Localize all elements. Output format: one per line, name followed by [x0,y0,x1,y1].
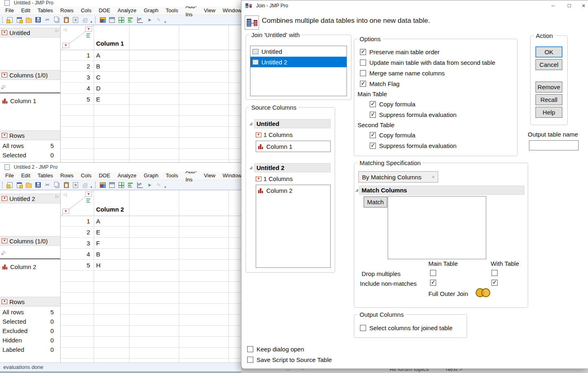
window2-titlebar[interactable]: Untitled 2 - JMP Pro [0,163,241,172]
new-data-table-icon[interactable] [6,16,14,24]
copy-icon[interactable] [53,16,61,24]
run-arrow-icon[interactable]: ➤ [146,181,154,189]
keep-dialog-open-checkbox[interactable] [247,346,253,352]
grid-column-header[interactable]: Column 1 [96,40,124,47]
rows-menu-icon[interactable] [62,43,69,48]
panel-expander-icon[interactable]: ▷ [56,194,59,199]
copy-icon[interactable] [53,181,61,189]
checkbox[interactable] [370,132,376,138]
column-list-item[interactable]: Column 2 [0,261,60,272]
column-list-item[interactable]: Column 1 [0,95,60,106]
table-row[interactable]: 3F [61,238,241,249]
window1-grid[interactable]: ◁ Column 1 1A 2B 3C 4D 5E [61,25,241,162]
menu-view[interactable]: View [200,172,219,180]
window-layout-icon[interactable] [118,16,125,24]
red-dropdown-icon[interactable] [256,132,261,137]
toolbar-grip[interactable] [2,182,4,188]
cell-value[interactable]: C [94,74,101,81]
checkbox[interactable] [370,101,376,107]
lock-icon[interactable] [81,181,89,189]
recall-button[interactable]: Recall [535,94,562,105]
open-icon[interactable] [25,181,33,189]
table-row[interactable]: 3C [61,72,241,83]
save-icon[interactable] [34,16,42,24]
menu-file[interactable]: File [2,172,18,180]
paste-icon[interactable] [62,181,70,189]
table-row[interactable]: 2E [61,227,241,238]
match-button[interactable]: Match [364,196,387,207]
table-row[interactable]: 4B [61,249,241,260]
toolbar-overflow-icon[interactable]: ▾ [90,185,92,190]
collapse-left-icon[interactable]: ◁ [63,192,66,197]
menu-rows[interactable]: Rows [57,7,77,15]
red-dropdown-icon[interactable] [2,30,7,35]
menu-graph[interactable]: Graph [140,7,162,15]
data-table-colored-icon[interactable] [99,181,107,189]
join-with-listbox[interactable]: Untitled Untitled 2 [250,46,347,96]
open-icon[interactable] [25,16,33,24]
minimize-button[interactable]: ─ [546,0,559,11]
ok-button[interactable]: OK [535,46,562,57]
paste-icon[interactable] [62,16,70,24]
columns-search-input[interactable] [0,80,60,93]
new-data-table-icon[interactable] [6,181,14,189]
calculator-icon[interactable] [108,181,116,189]
menu-tools[interactable]: Tools [162,172,182,180]
table-row[interactable]: 4D [61,83,241,94]
data-table-colored-icon[interactable] [99,16,107,24]
cell-value[interactable]: H [94,262,101,269]
menu-window[interactable]: Window [219,172,242,180]
source-column-item[interactable]: Column 1 [256,141,330,152]
dialog-titlebar[interactable]: Join - JMP Pro ─ ☐ ✕ [241,0,588,11]
table-row[interactable]: 1A [61,50,241,61]
match-columns-header[interactable]: Match Columns [359,185,524,195]
menu-window[interactable]: Window [219,7,242,15]
cancel-button[interactable]: Cancel [535,59,562,70]
script-window-icon[interactable]: S [72,181,79,189]
source-table-header[interactable]: Untitled 2 [254,163,331,172]
cut-icon[interactable]: ✂ [44,181,51,189]
cell-value[interactable]: B [94,63,100,70]
include-non-matches-with-checkbox[interactable] [491,280,498,286]
collapse-triangle-icon[interactable]: ◢ [249,121,252,126]
menu-cols[interactable]: Cols [77,172,95,180]
checkbox[interactable] [360,81,366,87]
menu-analyze[interactable]: Analyze [114,7,140,15]
xy-plot-icon[interactable]: yx [136,16,144,24]
red-dropdown-icon[interactable] [2,238,7,243]
cell-value[interactable]: B [94,251,100,258]
annotate-pen-icon[interactable]: ✎ [155,16,163,24]
panel-expander-icon[interactable]: ▷ [56,28,59,33]
join-with-item[interactable]: Untitled 2 [250,57,347,67]
column-order-icon[interactable] [86,33,91,38]
menu-edit[interactable]: Edit [18,7,34,15]
table-row[interactable]: 5E [61,94,241,105]
collapse-left-icon[interactable]: ◁ [63,27,66,32]
select-columns-checkbox[interactable] [360,325,366,331]
new-journal-icon[interactable] [15,181,23,189]
join-platform-icon-button[interactable] [245,15,259,30]
output-table-name-input[interactable] [529,140,579,150]
include-non-matches-main-checkbox[interactable] [430,280,436,286]
red-dropdown-icon[interactable] [2,133,7,138]
window2-grid[interactable]: ◁ Column 2 1A 2E 3F 4B 5H [61,190,241,362]
table-row[interactable]: 1A [61,216,241,227]
toolbar-grip[interactable] [95,17,97,23]
toolbar-grip[interactable] [95,182,97,188]
lock-icon[interactable] [81,16,89,24]
red-dropdown-icon[interactable] [2,196,7,201]
close-button[interactable]: ✕ [579,0,588,11]
join-with-item[interactable]: Untitled [250,46,347,57]
calculator-icon[interactable] [108,16,116,24]
table-row[interactable]: 2B [61,61,241,72]
annotate-pen-icon[interactable]: ✎ [155,181,163,189]
cell-value[interactable]: D [94,85,101,92]
cell-value[interactable]: E [94,96,100,103]
columns-menu-icon[interactable] [85,26,92,32]
menu-tables[interactable]: Tables [34,7,57,15]
red-dropdown-icon[interactable] [256,177,261,181]
checkbox[interactable] [360,60,366,66]
match-columns-listbox[interactable] [388,196,486,259]
columns-menu-icon[interactable] [85,192,92,197]
remove-button[interactable]: Remove [535,82,562,93]
